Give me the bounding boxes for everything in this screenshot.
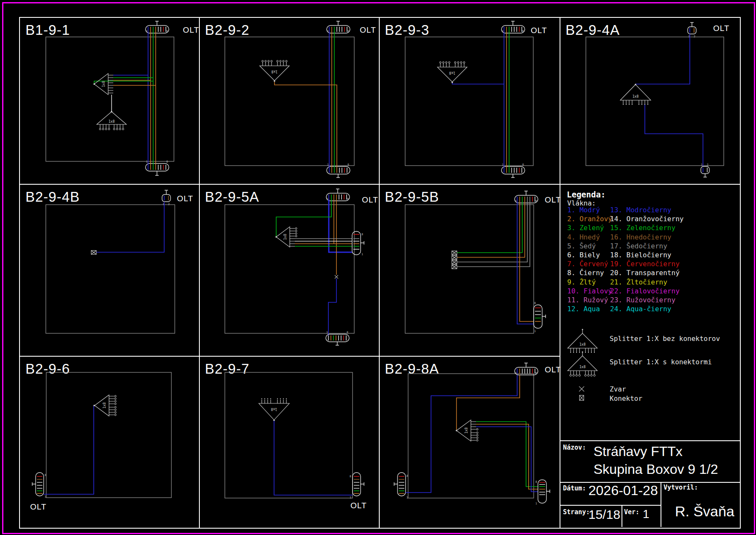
legend-fiber-item: 1. Modrý [567, 206, 610, 215]
splitter-with-connectors-icon: 1x8 [93, 395, 116, 416]
svg-text:1: 1 [535, 502, 537, 505]
legend-fiber-item: 6. Biely [567, 251, 610, 260]
svg-text:8: 8 [347, 197, 349, 201]
date-value: 2026-01-28 [588, 483, 658, 498]
svg-text:1: 1 [406, 496, 408, 499]
olt-connector-icon: 81 [32, 473, 46, 498]
olt-connector-icon: 18 [326, 189, 350, 201]
box-outline [46, 372, 171, 498]
legend-zvar-label: Zvar [610, 385, 626, 393]
ver-label: Ver: [624, 508, 639, 516]
panel-b2-9-2: B2-9-2 OLT 18 18 [199, 17, 379, 184]
legend-fiber-item: 9. Žltý [567, 278, 610, 287]
legend-splitter-bez-label: Splitter 1:X bez konektorov [610, 335, 720, 343]
splitter-with-connectors-icon: 1x8 [275, 227, 297, 247]
svg-text:1x8: 1x8 [580, 343, 586, 346]
svg-text:2: 2 [694, 35, 695, 38]
fiber-wires [274, 32, 337, 168]
svg-text:1x8: 1x8 [271, 407, 277, 411]
vytvoril-label: Vytvoril: [664, 484, 698, 491]
splitter-icon: 1x8 [259, 398, 289, 421]
fiber-wires [457, 202, 534, 324]
drop-connector-icon: 18 [327, 163, 350, 177]
svg-text:8: 8 [347, 331, 348, 334]
author-value: R. Švaňa [675, 503, 734, 520]
wiring-canvas: 18 81 [379, 356, 559, 528]
connector-icon [452, 265, 457, 269]
legend-fiber-item: 24. Aqua-čierny [610, 305, 683, 314]
fiber-wires [44, 405, 94, 494]
legend-panel: Legenda: Vlákna: 1. Modrý 2. Oranžový 3.… [560, 184, 740, 440]
connector-icon [452, 256, 457, 259]
olt-connector-icon: 18 [515, 363, 538, 375]
legend-fiber-item: 14. Oranžovočierny [610, 215, 683, 224]
svg-text:8: 8 [406, 474, 408, 478]
legend-fiber-list: 1. Modrý 2. Oranžový 3. Zelený 4. Hnedý … [567, 206, 683, 314]
drop-connector-icon: 18 [146, 160, 169, 175]
box-outline [225, 37, 354, 166]
legend-fiber-item: 2. Oranžový [567, 215, 610, 224]
olt-connector-icon: 81 [394, 473, 408, 499]
svg-text:8: 8 [166, 30, 168, 33]
svg-text:8: 8 [535, 372, 537, 375]
svg-text:2: 2 [168, 203, 170, 206]
wiring-canvas: 18 [379, 184, 559, 356]
drop-connector-icon: 12 [701, 163, 709, 177]
legend-fiber-item: 4. Hnedý [567, 233, 610, 242]
schematic-sheet: B1-9-1 OLT 18 18 [0, 0, 756, 535]
datum-label: Dátum: [563, 484, 586, 492]
wiring-canvas: 12 1x8 12 [560, 17, 740, 184]
box-outline [46, 205, 175, 333]
svg-text:1: 1 [350, 496, 351, 499]
svg-text:1: 1 [326, 331, 328, 334]
legend-fiber-item: 15. Zelenočierny [610, 224, 683, 233]
version-value: 1 [643, 507, 650, 521]
svg-text:1: 1 [327, 163, 329, 166]
svg-text:8: 8 [522, 30, 524, 33]
panel-b2-9-5a: B2-9-5A OLT 18 [199, 184, 379, 356]
svg-text:2: 2 [707, 163, 708, 166]
wall-connector-icon: 81 [352, 231, 364, 256]
splitter-icon: 1x8 [568, 329, 597, 353]
olt-connector-icon: 18 [515, 191, 538, 203]
svg-text:1x8: 1x8 [283, 234, 287, 240]
title-block: Názov: Stráňavy FTTx Skupina Boxov 9 1/2… [560, 440, 740, 528]
splitter-with-connectors-icon: 1x8 [437, 62, 467, 83]
svg-text:8: 8 [535, 200, 537, 203]
legend-splitter-s-label: Splitter 1:X s konektormi [610, 358, 712, 366]
project-name-line1: Stráňavy FTTx [594, 444, 683, 459]
svg-text:1x8: 1x8 [103, 403, 106, 409]
legend-fiber-item: 22. Fialovočierny [610, 287, 683, 296]
svg-text:1: 1 [534, 329, 536, 333]
fiber-wires [96, 202, 164, 252]
svg-text:1: 1 [146, 160, 148, 163]
legend-fiber-item: 3. Zelený [567, 224, 610, 233]
strany-label: Strany: [563, 508, 590, 516]
splitter-with-connectors-icon: 1x8 [456, 420, 478, 441]
nazov-label: Názov: [563, 444, 586, 451]
fiber-wires [406, 375, 538, 493]
legend-fiber-item: 7. Červený [567, 260, 610, 269]
fiber-wires [276, 200, 352, 335]
svg-text:1: 1 [146, 30, 148, 33]
svg-text:8: 8 [535, 480, 537, 484]
connector-icon [91, 251, 96, 254]
splice-icon [335, 275, 338, 279]
svg-text:1: 1 [327, 197, 328, 201]
svg-text:1x8: 1x8 [633, 95, 639, 99]
box-outline [405, 205, 534, 333]
wiring-canvas: 18 18 [199, 17, 379, 184]
box-outline [405, 37, 533, 166]
legend-fiber-item: 17. Šedočierny [610, 242, 683, 251]
svg-text:1x8: 1x8 [580, 365, 586, 369]
panel-b2-9-3: B2-9-3 OLT 18 18 [379, 17, 559, 184]
fiber-wires [94, 32, 156, 165]
olt-connector-icon: 18 [327, 21, 350, 33]
svg-text:1: 1 [502, 30, 504, 33]
connector-icon [580, 395, 584, 400]
wiring-canvas: 1x8 81 [199, 356, 379, 528]
drop-connector-icon: 18 [326, 331, 349, 345]
svg-text:1x8: 1x8 [465, 428, 468, 434]
svg-text:8: 8 [522, 163, 524, 166]
olt-connector-icon: 12 [688, 23, 696, 38]
